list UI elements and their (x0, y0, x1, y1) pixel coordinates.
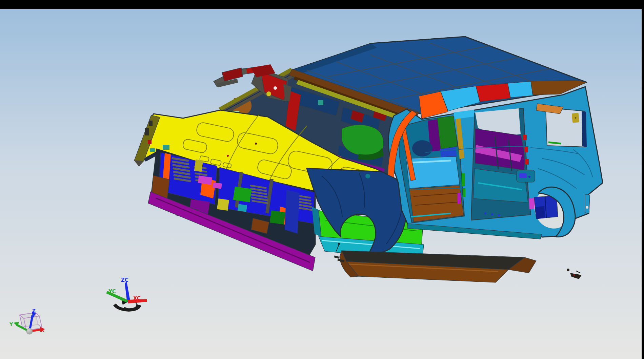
red-tab-3 (525, 159, 529, 165)
hood-bolt-dark (255, 143, 257, 145)
rear-tab (585, 194, 590, 213)
roof-band-cyan-2 (508, 81, 533, 98)
right-frame-bar (642, 0, 644, 359)
arch-magenta-sliver (529, 198, 535, 209)
hood-bolt-red (227, 155, 229, 157)
red-tab-2 (524, 147, 528, 152)
quarter-window-aperture (546, 108, 586, 147)
top-frame-bar (0, 0, 644, 9)
yellow-part-1 (194, 160, 203, 172)
green-part-2 (270, 210, 286, 224)
view-y-label: Y (9, 321, 13, 327)
cyan-part-2 (238, 204, 247, 212)
view-x-label: X (41, 328, 45, 333)
b-pillar-magenta (458, 193, 461, 204)
cyan-part-1 (163, 145, 169, 150)
board-antenna-tip (338, 243, 340, 245)
green-part-1 (233, 187, 251, 203)
seat-structure-dark (412, 140, 432, 156)
view-z-label: Z (32, 308, 36, 313)
rocker-dot-1 (484, 212, 486, 214)
d-pillar-navy-sliver (582, 111, 587, 147)
fender-hole (365, 174, 370, 178)
bracket-hole (575, 117, 577, 119)
rear-tank-navy-dark (535, 206, 545, 219)
white-grommet (274, 86, 277, 90)
teal-bracket-small (318, 100, 323, 105)
yellow-part-2 (217, 198, 229, 211)
stray-nut (567, 269, 569, 271)
handle-blue-part (519, 173, 527, 178)
rear-tab-hole (586, 206, 588, 209)
rail-teal-clip (150, 148, 155, 152)
roof-band-red (476, 83, 510, 102)
rocker-dot-3 (498, 214, 500, 216)
red-tab-1 (523, 135, 527, 140)
cad-3d-viewport[interactable]: ZC YC XC Z Y X (0, 0, 644, 359)
rocker-dot-2 (491, 213, 493, 215)
yellow-grommet (266, 91, 271, 96)
rail-slot-2 (149, 121, 153, 126)
wcs-xc-label: XC (133, 295, 141, 301)
blue-post (285, 190, 300, 234)
wcs-yc-label: YC (108, 289, 116, 295)
rail-slot-1 (145, 128, 149, 135)
b-pillar-green-2 (463, 188, 465, 197)
b-pillar-green-1 (462, 173, 465, 186)
view-triad-origin-sphere[interactable] (26, 328, 33, 334)
cad-application-window: ZC YC XC Z Y X (0, 0, 644, 359)
stray-red-dot (573, 274, 575, 276)
handle-dot (528, 176, 530, 178)
rail-red-clip (148, 140, 152, 144)
wcs-zc-label: ZC (121, 277, 128, 283)
